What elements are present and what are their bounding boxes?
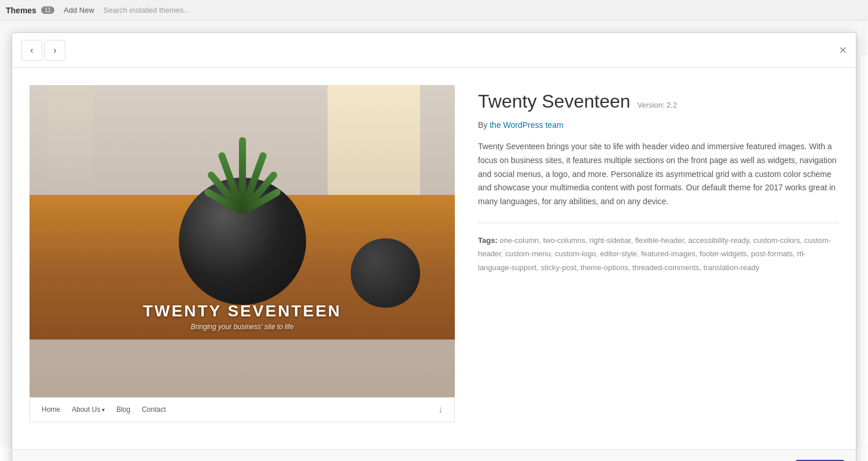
themes-count-badge: 11	[41, 6, 54, 14]
tags-label: Tags:	[478, 236, 498, 245]
theme-title-overlay: TWENTY SEVENTEEN Bringing your business'…	[30, 302, 455, 331]
nav-link-about[interactable]: About Us	[72, 405, 105, 414]
next-theme-button[interactable]: ›	[45, 40, 65, 61]
close-modal-button[interactable]: ×	[839, 44, 847, 57]
theme-nav-links: Home About Us Blog Contact	[42, 405, 166, 414]
nav-link-home[interactable]: Home	[42, 405, 60, 414]
chevron-left-icon: ‹	[30, 45, 33, 56]
divider	[478, 223, 838, 223]
arrow-indicator	[681, 459, 763, 462]
nav-link-blog[interactable]: Blog	[116, 405, 130, 414]
overlay-main-title: TWENTY SEVENTEEN	[30, 302, 455, 320]
chevron-right-icon: ›	[53, 45, 56, 56]
top-bar: Themes 11 Add New Search installed theme…	[0, 0, 868, 21]
add-new-link[interactable]: Add New	[64, 6, 94, 14]
window-light-left	[47, 85, 93, 201]
plant-leaves	[190, 85, 295, 212]
theme-nav-bar: Home About Us Blog Contact ↓	[30, 397, 455, 422]
theme-detail-modal: ‹ › ×	[12, 32, 856, 461]
page-title: Themes	[6, 6, 36, 15]
theme-info-column: Twenty Seventeen Version: 2.2 By the Wor…	[478, 85, 838, 438]
theme-screenshot: TWENTY SEVENTEEN Bringing your business'…	[30, 85, 455, 397]
theme-version: Version: 2.2	[637, 101, 677, 109]
modal-footer: Activate Live Preview Delete	[12, 449, 856, 461]
prev-theme-button[interactable]: ‹	[21, 40, 42, 61]
theme-name-row: Twenty Seventeen Version: 2.2	[478, 91, 838, 112]
modal-header: ‹ › ×	[12, 33, 856, 68]
theme-tags-row: Tags: one-column, two-columns, right-sid…	[478, 234, 838, 274]
theme-author: By the WordPress team	[478, 120, 838, 130]
tags-list: one-column, two-columns, right-sidebar, …	[478, 236, 831, 272]
search-themes-placeholder: Search installed themes...	[104, 6, 190, 14]
theme-name: Twenty Seventeen	[478, 91, 630, 112]
theme-description: Twenty Seventeen brings your site to lif…	[478, 140, 838, 209]
overlay-subtitle: Bringing your business' site to life	[30, 323, 455, 331]
small-pot	[351, 238, 420, 308]
nav-link-contact[interactable]: Contact	[142, 405, 165, 414]
scroll-down-icon: ↓	[438, 404, 443, 415]
theme-preview-column: TWENTY SEVENTEEN Bringing your business'…	[30, 85, 455, 438]
modal-body: TWENTY SEVENTEEN Bringing your business'…	[12, 68, 856, 449]
author-link[interactable]: the WordPress team	[490, 120, 563, 130]
modal-overlay: ‹ › ×	[0, 21, 868, 461]
